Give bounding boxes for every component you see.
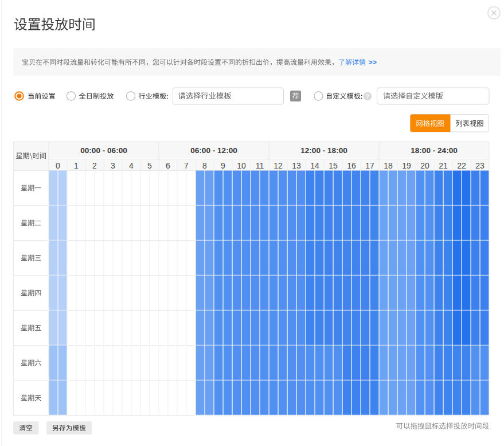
svg-text:18: 18 xyxy=(384,161,393,170)
svg-text:9: 9 xyxy=(221,161,225,170)
svg-text:0: 0 xyxy=(56,161,60,170)
svg-text:21: 21 xyxy=(439,161,448,170)
svg-text:2: 2 xyxy=(92,161,97,170)
svg-text:23: 23 xyxy=(475,161,485,170)
svg-text:18:00 - 24:00: 18:00 - 24:00 xyxy=(411,146,458,155)
svg-text:12:00 - 18:00: 12:00 - 18:00 xyxy=(300,146,347,155)
svg-text:7: 7 xyxy=(184,161,189,170)
svg-text:20: 20 xyxy=(420,161,429,170)
svg-text:5: 5 xyxy=(147,161,152,170)
svg-text:22: 22 xyxy=(457,161,466,170)
svg-text:>>: >> xyxy=(369,58,377,66)
svg-text:11: 11 xyxy=(256,161,264,170)
svg-text:00:00 - 06:00: 00:00 - 06:00 xyxy=(80,146,127,155)
svg-text:3: 3 xyxy=(111,161,115,170)
svg-text:13: 13 xyxy=(292,161,301,170)
svg-text:6: 6 xyxy=(166,161,170,170)
svg-text:10: 10 xyxy=(237,161,246,170)
svg-text:17: 17 xyxy=(365,161,374,170)
svg-text:12: 12 xyxy=(274,161,283,170)
svg-text:06:00 - 12:00: 06:00 - 12:00 xyxy=(190,146,237,155)
svg-text:14: 14 xyxy=(310,161,319,170)
svg-text:15: 15 xyxy=(329,161,338,170)
svg-text:8: 8 xyxy=(202,161,207,170)
svg-text:1: 1 xyxy=(74,161,79,170)
svg-text:19: 19 xyxy=(402,161,411,170)
svg-text:16: 16 xyxy=(347,161,356,170)
svg-text:?: ? xyxy=(366,93,369,100)
svg-text:4: 4 xyxy=(129,161,134,170)
